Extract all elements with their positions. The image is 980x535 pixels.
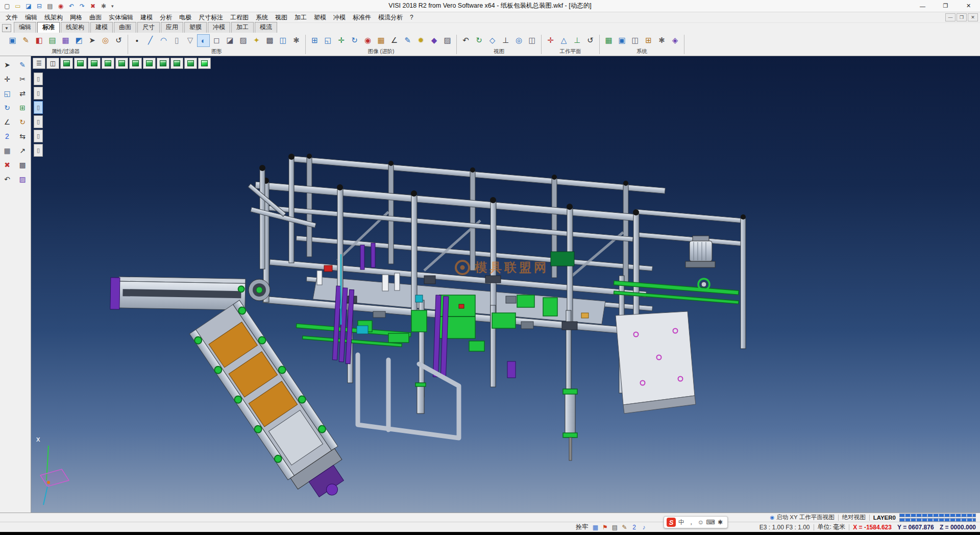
color-filter-icon[interactable]: ◧ [33, 34, 45, 47]
count-badge[interactable]: 2 [630, 523, 639, 531]
move-icon[interactable]: ⇄ [16, 87, 29, 100]
zoom-window-icon[interactable]: ◱ [322, 34, 334, 47]
workplane-reset-icon[interactable]: ↺ [584, 34, 597, 47]
save-all-icon[interactable]: ⊟ [34, 1, 44, 11]
pen-icon[interactable]: ✎ [620, 523, 629, 531]
mdi-minimize-button[interactable]: — [945, 13, 955, 21]
menu-modeling[interactable]: 建模 [137, 12, 156, 23]
view-refresh-icon[interactable]: ↻ [473, 34, 485, 47]
redo-icon[interactable]: ↷ [77, 1, 87, 11]
delete-icon[interactable]: ✖ [1, 159, 13, 171]
menu-analysis[interactable]: 分析 [156, 12, 176, 23]
menu-mold[interactable]: 塑模 [310, 12, 330, 23]
ime-keyboard-icon[interactable]: ⌨ [706, 517, 715, 527]
tab-die[interactable]: 冲模 [208, 22, 230, 33]
measure-icon[interactable]: ∠ [388, 34, 401, 47]
scale-icon[interactable]: ↗ [16, 144, 29, 157]
measure-icon[interactable]: ∠ [1, 116, 13, 128]
tab-flow[interactable]: 模流 [255, 22, 277, 33]
minimize-button[interactable]: — [911, 0, 934, 12]
calculator-icon[interactable]: ⊞ [642, 34, 655, 47]
copy-icon[interactable]: ⊞ [16, 102, 29, 114]
note-icon[interactable]: ♪ [640, 523, 648, 531]
menu-solid-edit[interactable]: 实体编辑 [105, 12, 137, 23]
reset-filter-icon[interactable]: ↺ [112, 34, 125, 47]
menu-standard-parts[interactable]: 标准件 [349, 12, 375, 23]
print-icon[interactable]: ▤ [45, 1, 55, 11]
screen-settings-icon[interactable]: ▣ [616, 34, 628, 47]
grid-icon[interactable]: ▦ [1, 144, 13, 157]
pan-icon[interactable]: ✛ [335, 34, 348, 47]
menu-flow-analysis[interactable]: 模流分析 [375, 12, 406, 23]
erase-icon[interactable]: ✖ [88, 1, 98, 11]
attribute-brush-icon[interactable]: ✎ [19, 34, 32, 47]
mirror-icon[interactable]: ⇆ [16, 130, 29, 142]
rotate-icon[interactable]: ↻ [16, 116, 29, 128]
menu-view[interactable]: 视图 [272, 12, 291, 23]
cone-display-icon[interactable]: ▽ [184, 34, 197, 47]
tab-dimension[interactable]: 尺寸 [137, 22, 160, 33]
wireframe-mode-icon[interactable]: ◻ [210, 34, 223, 47]
hidden-line-icon[interactable]: ◪ [224, 34, 236, 47]
view-top-button[interactable] [115, 58, 128, 69]
menu-edit[interactable]: 编辑 [21, 12, 41, 23]
highlight-icon[interactable]: ✦ [250, 34, 263, 47]
point-display-icon[interactable]: • [131, 34, 143, 47]
plane-slot-3-button[interactable]: ▯ [34, 101, 43, 114]
zoom-all-icon[interactable]: ⊞ [308, 34, 321, 47]
dynamic-rotate-icon[interactable]: ↻ [1, 102, 13, 114]
ime-punctuation[interactable]: ， [687, 517, 696, 527]
view-left-button[interactable] [170, 58, 183, 69]
menu-dimensioning[interactable]: 尺寸标注 [195, 12, 227, 23]
view-iso-se-button[interactable] [60, 58, 73, 69]
image-capture-icon[interactable]: ◉ [361, 34, 374, 47]
cylinder-display-icon[interactable]: ▯ [170, 34, 183, 47]
element-properties-icon[interactable]: ▣ [6, 34, 19, 47]
display-settings-icon[interactable]: ✱ [290, 34, 303, 47]
image-gallery-icon[interactable]: ▦ [375, 34, 387, 47]
transparency-icon[interactable]: ▨ [237, 34, 250, 47]
printer-icon[interactable]: ▤ [610, 523, 619, 531]
lock-label[interactable]: 拴牢 [576, 523, 588, 531]
tab-standard[interactable]: 标准 [37, 22, 60, 33]
close-button[interactable]: ✕ [957, 0, 980, 12]
view-bottom-button[interactable] [129, 58, 142, 69]
view-iso-icon[interactable]: ◇ [486, 34, 499, 47]
view-front-button[interactable] [143, 58, 156, 69]
restore-button[interactable]: ❐ [934, 0, 957, 12]
material-icon[interactable]: ◆ [428, 34, 440, 47]
capture-icon[interactable]: ◉ [56, 1, 66, 11]
system-info-icon[interactable]: ◫ [629, 34, 642, 47]
tab-modeling[interactable]: 建模 [90, 22, 113, 33]
tab-application[interactable]: 应用 [161, 22, 183, 33]
edit-element-icon[interactable]: ✎ [16, 59, 29, 71]
rotate-view-icon[interactable]: ↻ [348, 34, 361, 47]
paint-attributes-icon[interactable]: ▨ [16, 173, 29, 185]
layer-manager-icon[interactable]: ▦ [602, 34, 615, 47]
tab-surface[interactable]: 曲面 [114, 22, 136, 33]
quick-access-more-button[interactable]: ▾ [109, 4, 116, 9]
view-zoom-icon[interactable]: ◎ [512, 34, 525, 47]
ime-toolbox-icon[interactable]: ✱ [716, 517, 725, 527]
menu-electrode[interactable]: 电极 [176, 12, 195, 23]
open-file-icon[interactable]: ▭ [13, 1, 23, 11]
menu-surface[interactable]: 曲面 [86, 12, 105, 23]
plane-slot-2-button[interactable]: ▯ [34, 87, 43, 100]
arc-display-icon[interactable]: ◠ [157, 34, 170, 47]
isolate-element-icon[interactable]: ◎ [99, 34, 112, 47]
view-back-button[interactable] [157, 58, 169, 69]
save-file-icon[interactable]: ◪ [23, 1, 34, 11]
plane-slot-5-button[interactable]: ▯ [34, 130, 43, 142]
plane-slot-6-button[interactable]: ▯ [34, 144, 43, 157]
mdi-restore-button[interactable]: ❐ [957, 13, 967, 21]
plane-slot-1-button[interactable]: ▯ [34, 72, 43, 85]
line-display-icon[interactable]: ╱ [144, 34, 157, 47]
new-file-icon[interactable]: ▢ [2, 1, 12, 11]
view-right-button[interactable] [184, 58, 197, 69]
options-gear-icon[interactable]: ✱ [655, 34, 668, 47]
workplane-align-icon[interactable]: ⊥ [571, 34, 583, 47]
shaded-mode-icon[interactable]: ◐ [197, 34, 210, 47]
selection-mask-icon[interactable]: ◩ [72, 34, 85, 47]
type-filter-icon[interactable]: ▦ [59, 34, 72, 47]
menu-mesh[interactable]: 网格 [66, 12, 86, 23]
